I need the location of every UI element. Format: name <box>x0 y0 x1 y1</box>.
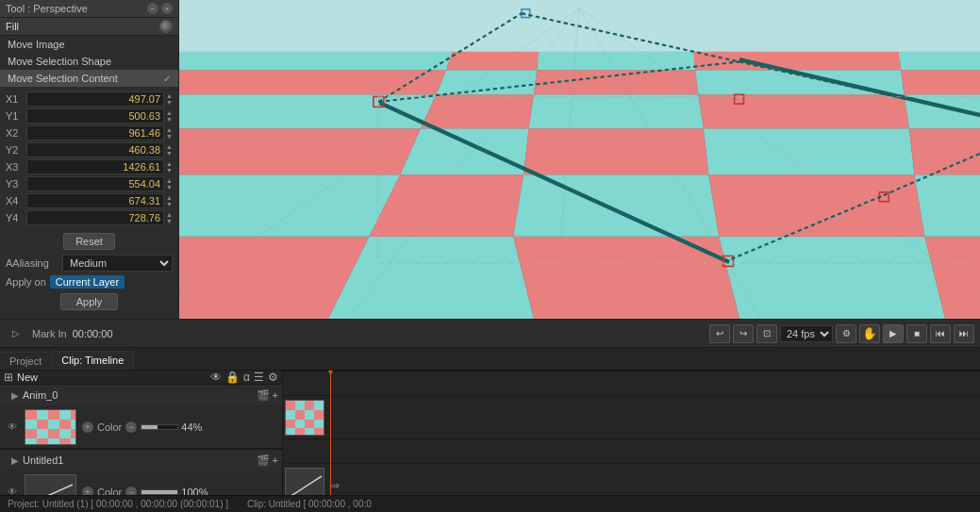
svg-rect-78 <box>295 401 305 410</box>
svg-marker-14 <box>400 128 528 174</box>
tl-color-row-untitled1: + Color − 100% <box>82 487 278 496</box>
antialiasing-label: AAliasing <box>6 257 62 269</box>
up-arrow-icon[interactable]: ▲ <box>166 211 173 218</box>
apply-on-label: Apply on <box>6 276 46 288</box>
down-arrow-icon[interactable]: ▼ <box>166 184 173 190</box>
down-arrow-icon[interactable]: ▼ <box>166 201 173 207</box>
expand-btn[interactable]: ⊡ <box>756 324 777 343</box>
timeline-row-anim0-sub: 1. <box>283 396 980 439</box>
svg-marker-11 <box>708 174 924 236</box>
play-button[interactable]: ▶ <box>883 324 904 343</box>
coord-input-y3[interactable] <box>26 176 164 191</box>
menu-item-move-image[interactable]: Move Image <box>0 36 178 53</box>
down-arrow-icon[interactable]: ▼ <box>166 116 173 123</box>
hand-icon[interactable]: ✋ <box>859 324 880 343</box>
mark-in-label: Mark In <box>32 328 67 339</box>
tab-project[interactable]: Project <box>0 352 52 370</box>
sub-visibility-icon[interactable]: 👁 <box>8 487 17 495</box>
playback-controls: ↩ ↪ ⊡ 24 fps 30 fps 60 fps ⚙ ✋ ▶ ■ ⏮ ⏭ <box>709 324 974 343</box>
settings-btn[interactable]: ⚙ <box>836 324 856 343</box>
tab-clip-timeline[interactable]: Clip: Timeline <box>52 351 134 370</box>
anim-icon[interactable]: 🎬 <box>257 389 270 402</box>
coord-row-x1: X1 ▲ ▼ <box>0 91 178 107</box>
coord-input-x3[interactable] <box>26 159 164 174</box>
up-arrow-icon[interactable]: ▲ <box>166 143 173 150</box>
up-arrow-icon[interactable]: ▲ <box>166 92 173 99</box>
fill-bar: Fill <box>0 18 178 36</box>
skip-fwd-btn[interactable]: ↪ <box>733 324 754 343</box>
expand-icon[interactable]: ▶ <box>11 390 19 401</box>
status-bar: Project: Untitled (1) [ 00:00:00 , 00:00… <box>0 495 980 512</box>
menu-item-move-selection-content[interactable]: Move Selection Content ✓ <box>0 70 178 87</box>
track-name-untitled1: Untitled1 <box>23 454 253 466</box>
svg-rect-71 <box>48 438 59 445</box>
apply-button[interactable]: Apply <box>60 293 119 310</box>
down-arrow-icon[interactable]: ▼ <box>166 99 173 106</box>
tl-thumb-untitled1 <box>25 474 76 496</box>
checkmark-icon: ✓ <box>163 74 171 84</box>
up-arrow-icon[interactable]: ▲ <box>166 126 173 133</box>
down-arrow-icon[interactable]: ▼ <box>166 133 173 140</box>
timeline-tracks-area[interactable]: 1. ⇒ 1. <box>283 372 980 495</box>
apply-row: Apply <box>0 290 178 313</box>
playhead[interactable] <box>330 372 331 495</box>
tl-track-untitled1-header: ▶ Untitled1 🎬 + <box>0 450 282 471</box>
up-arrow-icon[interactable]: ▲ <box>166 177 173 184</box>
playback-bar: ▷ Mark In 00:00:00 ↩ ↪ ⊡ 24 fps 30 fps 6… <box>0 319 980 347</box>
plus-icon[interactable]: + <box>273 389 278 401</box>
coord-input-x4[interactable] <box>26 193 164 208</box>
coord-input-x1[interactable] <box>26 91 164 107</box>
reset-button[interactable]: Reset <box>63 233 115 250</box>
svg-rect-77 <box>286 401 295 410</box>
coord-input-x2[interactable] <box>26 125 164 140</box>
svg-marker-19 <box>421 94 534 128</box>
svg-rect-74 <box>25 475 76 496</box>
coord-arrows-y1: ▲ ▼ <box>166 109 173 123</box>
percent-bar-anim0 <box>141 424 178 430</box>
down-arrow-icon[interactable]: ▼ <box>166 167 173 173</box>
lock-icon[interactable]: 🔒 <box>225 371 240 384</box>
plus-icon[interactable]: + <box>273 454 278 466</box>
coord-input-y1[interactable] <box>26 108 164 124</box>
svg-rect-82 <box>295 410 305 420</box>
tabs-bar: Project Clip: Timeline <box>0 348 980 371</box>
color-add-btn[interactable]: + <box>82 421 93 433</box>
svg-rect-91 <box>305 428 314 436</box>
close-btn[interactable]: × <box>161 3 173 14</box>
blend-icon[interactable]: ☰ <box>254 371 264 384</box>
next-frame-btn[interactable]: ⏭ <box>954 324 974 343</box>
color-sub-btn[interactable]: − <box>125 421 137 433</box>
expand-icon[interactable]: ▶ <box>11 455 19 466</box>
color-add-btn[interactable]: + <box>82 487 93 496</box>
fill-circle-icon[interactable] <box>159 20 173 33</box>
eye-icon[interactable]: 👁 <box>210 371 222 384</box>
down-arrow-icon[interactable]: ▼ <box>166 150 173 157</box>
timeline-clip-thumb-untitled1 <box>285 468 324 495</box>
minimize-btn[interactable]: − <box>147 3 158 14</box>
svg-rect-93 <box>286 469 324 495</box>
coord-row-y1: Y1 ▲ ▼ <box>0 107 178 124</box>
fps-select[interactable]: 24 fps 30 fps 60 fps <box>780 325 833 342</box>
alpha-icon[interactable]: α <box>243 371 250 384</box>
svg-marker-32 <box>899 52 980 71</box>
settings-icon[interactable]: ⚙ <box>268 371 278 384</box>
prev-frame-btn[interactable]: ⏮ <box>930 324 951 343</box>
coord-row-y2: Y2 ▲ ▼ <box>0 141 178 158</box>
sub-visibility-icon[interactable]: 👁 <box>8 421 17 432</box>
coord-input-y2[interactable] <box>26 142 164 157</box>
svg-rect-61 <box>48 420 59 429</box>
antialiasing-select[interactable]: Medium None Low High <box>62 255 173 272</box>
stop-button[interactable]: ■ <box>906 324 927 343</box>
up-arrow-icon[interactable]: ▲ <box>166 109 173 116</box>
clip-number-anim0: 1. <box>285 427 292 437</box>
canvas-area[interactable] <box>179 0 980 319</box>
up-arrow-icon[interactable]: ▲ <box>166 160 173 167</box>
skip-back-btn[interactable]: ↩ <box>709 324 730 343</box>
menu-item-move-selection-shape[interactable]: Move Selection Shape <box>0 53 178 70</box>
color-sub-btn[interactable]: − <box>125 487 137 496</box>
apply-on-value[interactable]: Current Layer <box>50 275 125 289</box>
down-arrow-icon[interactable]: ▼ <box>166 218 173 224</box>
coord-input-y4[interactable] <box>26 210 164 225</box>
anim-icon[interactable]: 🎬 <box>257 454 270 467</box>
up-arrow-icon[interactable]: ▲ <box>166 194 173 201</box>
